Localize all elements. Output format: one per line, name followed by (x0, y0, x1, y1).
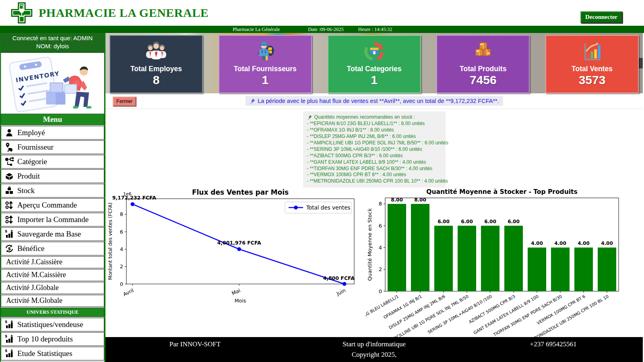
main-content: Total Employes 8 (105, 33, 643, 362)
bar (551, 248, 570, 292)
sidebar-item-fournisseur[interactable]: Fournisseur (1, 140, 104, 154)
sidebar-item-activite-m-caissiere[interactable]: Activité M.Caissière (1, 269, 104, 281)
x-tick-label: Juin (335, 288, 347, 297)
alert-text: La période avec le plus haut flux de ven… (258, 98, 499, 104)
connected-user-banner: Connecté en tant que: ADMIN NOM: dylois (1, 33, 104, 53)
y-axis-label: Montant total des ventes (FCFA) (108, 203, 113, 280)
chart-dollar-icon: $ (1, 349, 17, 358)
bar-value-label: 6.00 (461, 219, 473, 225)
category-icon (1, 157, 17, 167)
chart-dollar-icon: $ (1, 334, 17, 344)
dollar-cycle-icon: $ (1, 244, 17, 253)
chart-title: Flux des Ventes par Mois (192, 188, 289, 196)
sidebar-item-label: Aperçu Commande (17, 201, 77, 210)
inventory-illustration: INVENTORY (1, 53, 104, 114)
stock-quantity-bar-chart: Quantité Moyenne à Stocker - Top Produit… (366, 188, 627, 337)
alert-row: Fermer La période avec le plus haut flux… (105, 93, 643, 109)
sidebar-item-label: Activité M.Globale (6, 296, 62, 305)
bar (411, 204, 429, 291)
sidebar-item-etude-statistiques[interactable]: $ Etude Statistiques (1, 347, 104, 360)
connected-role: Connecté en tant que: ADMIN (2, 34, 103, 42)
recommendation-item: - **DISLEP 25MG AMP INJ 2ML B/6** : 6.00… (307, 134, 442, 140)
logout-button[interactable]: Deconnecter (580, 11, 622, 23)
sort-icon (1, 200, 17, 210)
app-header: PHARMACIE LA GENERALE Deconnecter (0, 0, 644, 26)
supplier-icon (1, 142, 17, 152)
sidebar-item-employe[interactable]: Employé (1, 126, 104, 140)
sidebar-item-sauvegarde[interactable]: $ Sauvegarde ma Base (1, 227, 104, 241)
card-label: Total Produits (460, 65, 506, 73)
sidebar-item-label: Stock (17, 186, 35, 195)
bar (388, 204, 406, 291)
bar-value-label: 4.00 (531, 241, 543, 247)
x-tick-label: Avril (122, 288, 134, 298)
data-point (130, 202, 134, 206)
chart-dollar-icon: $ (1, 229, 17, 239)
sidebar-item-activite-j-caissiere[interactable]: Activité J.Caissière (1, 256, 104, 268)
sidebar-item-categorie[interactable]: Catégorie (1, 155, 104, 169)
stat-cards-strip: Total Employes 8 (105, 33, 643, 93)
bar (574, 248, 593, 292)
sidebar-item-benefice[interactable]: $ Bénéfice (1, 242, 104, 255)
chart-title: Quantité Moyenne à Stocker - Top Produit… (426, 188, 577, 195)
person-icon (1, 128, 17, 138)
sidebar-item-stock[interactable]: Stock (1, 184, 104, 197)
x-tick-label: METRONIDAZOLE UBI 250MG CPR 100 BL 10 (525, 294, 609, 337)
categories-pie-icon (363, 36, 386, 62)
card-total-fournisseurs: Total Fournisseurs 1 (219, 35, 312, 93)
bar (598, 248, 616, 292)
card-total-employes: Total Employes 8 (109, 35, 203, 93)
sales-flow-line-chart: Flux des Ventes par Mois1e602468Montant … (108, 188, 359, 314)
legend-label: Total des ventes (306, 204, 351, 211)
pushpin-icon (307, 115, 312, 120)
y-tick-label: 8 (120, 212, 123, 218)
recommendations-title: Quantités moyennes recommandées en stock… (307, 114, 442, 121)
recommendation-item: - **METRONIDAZOLE UBI 250MG CPR 100 BL 1… (307, 178, 442, 185)
sidebar-item-activite-j-globale[interactable]: Activité J.Globale (1, 282, 104, 294)
status-bar: Pharmacie La Générale Date :09-06-2025 H… (0, 26, 644, 33)
point-label: 9,172,232 FCFA (112, 195, 157, 201)
sidebar-item-produit[interactable]: Produit (1, 169, 104, 183)
card-value: 3573 (579, 73, 606, 87)
y-tick-label: 4 (379, 245, 382, 251)
x-axis-label: Mois (235, 298, 246, 304)
employees-icon (144, 36, 169, 62)
footer-phone: +237 695425561 (464, 340, 643, 348)
sidebar-item-label: Activité J.Caissière (6, 258, 62, 266)
sidebar-item-label: Top 10 deproduits (17, 335, 73, 343)
sidebar-item-apercu-commande[interactable]: Aperçu Commande (1, 198, 104, 212)
sidebar-item-statistiques-vendeuse[interactable]: $ Statistiques/vendeuse (1, 318, 104, 331)
boxes-icon (471, 36, 495, 62)
point-label: 4,800 FCFA (323, 275, 355, 281)
card-value: 7456 (470, 73, 497, 87)
bar (504, 226, 523, 292)
connected-name: NOM: dylois (2, 42, 103, 50)
pushpin-icon (249, 98, 255, 104)
card-total-categories: Total Categories 1 (328, 35, 421, 93)
bar-value-label: 8.00 (391, 197, 403, 203)
pharmacy-cross-logo (10, 2, 33, 24)
sales-chart-icon (580, 36, 604, 62)
statusbar-time: Heure : 14:45:32 (358, 27, 392, 33)
svg-text:$: $ (5, 349, 7, 353)
statusbar-app-name: Pharmacie La Générale (233, 27, 280, 33)
sidebar-item-label: Sauvegarde ma Base (17, 230, 81, 239)
bar (434, 226, 453, 292)
point-label: 4,001,976 FCFA (217, 240, 262, 246)
footer-copyright: Copyright 2025, (105, 351, 643, 359)
statusbar-date: Date :09-06-2025 (308, 27, 344, 33)
card-value: 8 (153, 73, 160, 87)
close-alert-button[interactable]: Fermer (113, 97, 136, 106)
x-tick-label: OFRAMAX 1G INJ B/1 (382, 294, 423, 320)
recommendation-item: - **SERING 3P 10ML+AIG40 8/10 /100** : 6… (307, 146, 442, 153)
bar-value-label: 4.00 (601, 241, 613, 247)
sidebar-item-importer-commande[interactable]: Importer la Commande (1, 213, 104, 226)
recommendation-item: - **AMPICILLINE UBI 1G PDRE SOL INJ 7ML … (307, 140, 442, 146)
svg-text:$: $ (8, 246, 11, 251)
svg-text:$: $ (5, 229, 7, 233)
sidebar-item-top10-produits[interactable]: $ Top 10 deproduits (1, 332, 104, 346)
bar (458, 226, 476, 292)
sidebar-item-activite-m-globale[interactable]: Activité M.Globale (1, 295, 104, 307)
chart-dollar-icon: $ (1, 320, 17, 329)
stock-recommendations: Quantités moyennes recommandées en stock… (303, 111, 446, 187)
